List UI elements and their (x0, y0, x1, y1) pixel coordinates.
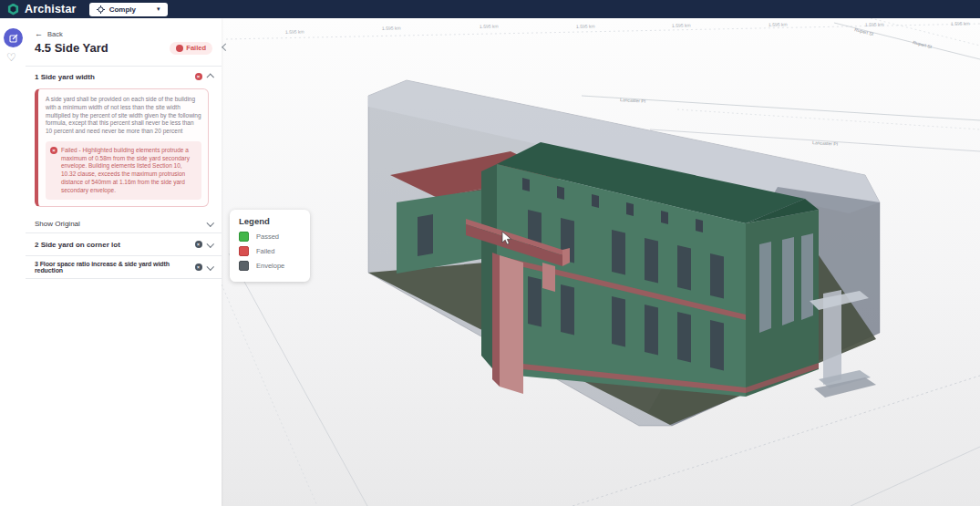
street-label: Rupert St (913, 39, 934, 49)
chevron-left-icon (222, 43, 230, 50)
chevron-down-icon (206, 219, 213, 226)
divider (26, 278, 222, 279)
legend-card: Legend Passed Failed Envelope (230, 210, 310, 282)
scene-svg[interactable]: 1.595 km 1.595 km 1.595 km 1.595 km 1.59… (222, 18, 980, 506)
back-button[interactable]: ← Back (35, 29, 212, 38)
viewport-3d[interactable]: 1.595 km 1.595 km 1.595 km 1.595 km 1.59… (222, 18, 980, 506)
failed-swatch-icon (239, 246, 249, 256)
rule-1-detail-card: A side yard shall be provided on each si… (35, 88, 209, 207)
rule-1-header[interactable]: 1 Side yard width × (35, 67, 212, 87)
svg-text:1.595 km: 1.595 km (951, 20, 970, 26)
failed-circle-icon: × (50, 147, 57, 154)
street-label: Rupert St (854, 26, 875, 36)
rule-1-title: 1 Side yard width (35, 73, 95, 81)
failed-circle-icon: × (195, 263, 202, 271)
svg-text:1.595 km: 1.595 km (382, 25, 401, 31)
mode-selector-dropdown[interactable]: Comply ▾ (89, 3, 168, 16)
edit-notes-button[interactable] (4, 28, 23, 47)
compliance-panel: ← Back 4.5 Side Yard × Failed 1 Side yar… (26, 18, 222, 506)
svg-text:1.595 km: 1.595 km (480, 23, 499, 29)
edit-icon (9, 34, 18, 43)
legend-label: Envelope (256, 262, 284, 270)
chevron-up-icon (206, 75, 213, 82)
show-original-toggle[interactable]: Show Original (35, 214, 212, 232)
svg-text:1.595 km: 1.595 km (672, 22, 691, 28)
right-face-windows (759, 233, 813, 333)
rule-1-failure-alert: × Failed - Highlighted building elements… (46, 141, 201, 201)
heart-icon: ♡ (6, 51, 16, 64)
legend-label: Passed (256, 232, 279, 241)
failed-column-side (492, 253, 500, 387)
chevron-down-icon: ▾ (157, 5, 160, 13)
failed-circle-icon: × (176, 45, 183, 52)
rule-3-header[interactable]: 3 Floor space ratio increase & side yard… (35, 256, 212, 278)
legend-title: Legend (239, 216, 310, 226)
rule-2-title: 2 Side yard on corner lot (35, 241, 120, 249)
svg-text:1.595 km: 1.595 km (576, 23, 595, 29)
rule-3-title: 3 Floor space ratio increase & side yard… (35, 261, 195, 274)
comply-target-icon (97, 5, 105, 14)
legend-item-failed: Failed (239, 246, 310, 256)
archistar-logo-icon (7, 4, 19, 15)
favorite-button[interactable]: ♡ (6, 51, 16, 64)
failed-circle-icon: × (195, 241, 202, 248)
status-badge-label: Failed (186, 44, 206, 52)
chevron-down-icon (206, 240, 213, 247)
mode-selector-label: Comply (109, 5, 136, 14)
svg-text:1.595 km: 1.595 km (769, 21, 788, 27)
svg-text:1.595 km: 1.595 km (285, 28, 304, 35)
rule-2-header[interactable]: 2 Side yard on corner lot × (35, 233, 212, 255)
back-arrow-icon: ← (35, 29, 43, 38)
envelope-swatch-icon (239, 261, 249, 271)
svg-text:1.595 km: 1.595 km (865, 21, 884, 27)
app-root: Archistar Comply ▾ ♡ ← Back 4.5 (0, 0, 980, 506)
legend-item-envelope: Envelope (239, 261, 310, 271)
status-badge: × Failed (170, 42, 212, 55)
legend-item-passed: Passed (239, 232, 310, 242)
failed-circle-icon: × (195, 73, 202, 80)
page-title: 4.5 Side Yard (35, 41, 108, 55)
passed-swatch-icon (239, 232, 249, 242)
brand-name: Archistar (25, 3, 77, 15)
failed-column-front[interactable] (500, 255, 523, 394)
street-label: Lancaster Pl (620, 97, 645, 104)
rule-1-failure-message: Failed - Highlighted building elements p… (61, 147, 196, 195)
top-bar: Archistar Comply ▾ (0, 0, 980, 18)
failed-stub-pillar (542, 263, 555, 292)
rule-1-description: A side yard shall be provided on each si… (46, 96, 201, 136)
street-label: Lancaster Pl (812, 139, 838, 147)
back-label: Back (47, 30, 63, 38)
panel-collapse-button[interactable] (223, 36, 229, 53)
annex-window (418, 214, 433, 256)
show-original-label: Show Original (35, 220, 80, 228)
chevron-down-icon (206, 263, 213, 270)
legend-label: Failed (256, 247, 274, 255)
